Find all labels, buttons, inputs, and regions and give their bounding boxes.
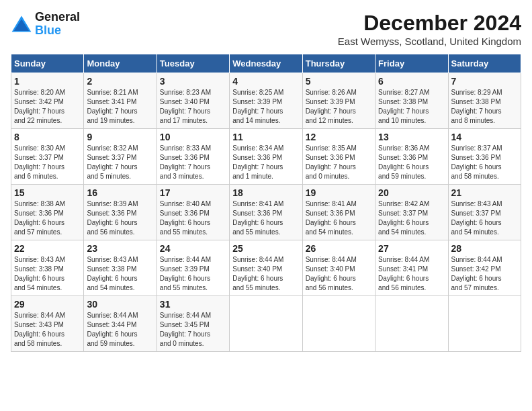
day-cell: 14Sunrise: 8:37 AM Sunset: 3:36 PM Dayli… <box>448 129 521 185</box>
day-cell: 27Sunrise: 8:44 AM Sunset: 3:41 PM Dayli… <box>375 240 448 296</box>
day-number: 25 <box>232 243 299 254</box>
day-cell: 15Sunrise: 8:38 AM Sunset: 3:36 PM Dayli… <box>11 185 84 240</box>
logo-line2: Blue <box>35 24 80 38</box>
day-detail: Sunrise: 8:35 AM Sunset: 3:36 PM Dayligh… <box>306 144 372 181</box>
day-cell: 2Sunrise: 8:21 AM Sunset: 3:41 PM Daylig… <box>84 73 157 129</box>
day-cell: 30Sunrise: 8:44 AM Sunset: 3:44 PM Dayli… <box>84 296 157 352</box>
col-header-tuesday: Tuesday <box>157 54 229 73</box>
day-cell: 31Sunrise: 8:44 AM Sunset: 3:45 PM Dayli… <box>157 296 229 352</box>
day-detail: Sunrise: 8:36 AM Sunset: 3:36 PM Dayligh… <box>378 144 445 181</box>
day-cell: 3Sunrise: 8:23 AM Sunset: 3:40 PM Daylig… <box>157 73 229 129</box>
day-detail: Sunrise: 8:27 AM Sunset: 3:38 PM Dayligh… <box>378 88 445 126</box>
day-number: 21 <box>451 187 518 198</box>
day-cell: 8Sunrise: 8:30 AM Sunset: 3:37 PM Daylig… <box>11 129 84 185</box>
day-number: 19 <box>306 187 372 198</box>
day-number: 20 <box>378 187 445 198</box>
day-number: 24 <box>160 243 226 254</box>
week-row-5: 29Sunrise: 8:44 AM Sunset: 3:43 PM Dayli… <box>11 296 521 352</box>
calendar-table: SundayMondayTuesdayWednesdayThursdayFrid… <box>11 54 521 352</box>
day-number: 30 <box>87 299 153 310</box>
week-row-3: 15Sunrise: 8:38 AM Sunset: 3:36 PM Dayli… <box>11 185 521 240</box>
day-cell <box>375 296 448 352</box>
day-number: 27 <box>378 243 445 254</box>
day-detail: Sunrise: 8:25 AM Sunset: 3:39 PM Dayligh… <box>232 88 299 126</box>
col-header-friday: Friday <box>375 54 448 73</box>
day-cell: 19Sunrise: 8:41 AM Sunset: 3:36 PM Dayli… <box>302 185 375 240</box>
day-cell: 5Sunrise: 8:26 AM Sunset: 3:39 PM Daylig… <box>302 73 375 129</box>
day-number: 6 <box>378 76 445 87</box>
day-number: 4 <box>232 76 299 87</box>
day-cell: 4Sunrise: 8:25 AM Sunset: 3:39 PM Daylig… <box>230 73 302 129</box>
col-header-monday: Monday <box>84 54 157 73</box>
main-title: December 2024 <box>338 11 521 36</box>
day-cell: 6Sunrise: 8:27 AM Sunset: 3:38 PM Daylig… <box>375 73 448 129</box>
day-detail: Sunrise: 8:43 AM Sunset: 3:38 PM Dayligh… <box>14 255 81 293</box>
day-number: 2 <box>87 76 153 87</box>
week-row-2: 8Sunrise: 8:30 AM Sunset: 3:37 PM Daylig… <box>11 129 521 185</box>
day-number: 3 <box>160 76 226 87</box>
day-cell: 13Sunrise: 8:36 AM Sunset: 3:36 PM Dayli… <box>375 129 448 185</box>
day-cell: 12Sunrise: 8:35 AM Sunset: 3:36 PM Dayli… <box>302 129 375 185</box>
day-number: 12 <box>306 132 372 142</box>
day-cell: 24Sunrise: 8:44 AM Sunset: 3:39 PM Dayli… <box>157 240 229 296</box>
header: General Blue December 2024 East Wemyss, … <box>11 11 521 47</box>
day-cell <box>230 296 302 352</box>
day-number: 10 <box>160 132 226 142</box>
logo-line1: General <box>35 11 80 24</box>
day-cell: 22Sunrise: 8:43 AM Sunset: 3:38 PM Dayli… <box>11 240 84 296</box>
day-detail: Sunrise: 8:21 AM Sunset: 3:41 PM Dayligh… <box>87 88 153 126</box>
day-cell: 9Sunrise: 8:32 AM Sunset: 3:37 PM Daylig… <box>84 129 157 185</box>
col-header-saturday: Saturday <box>448 54 521 73</box>
day-detail: Sunrise: 8:38 AM Sunset: 3:36 PM Dayligh… <box>14 199 81 237</box>
week-row-1: 1Sunrise: 8:20 AM Sunset: 3:42 PM Daylig… <box>11 73 521 129</box>
day-detail: Sunrise: 8:20 AM Sunset: 3:42 PM Dayligh… <box>14 88 81 126</box>
day-detail: Sunrise: 8:37 AM Sunset: 3:36 PM Dayligh… <box>451 144 518 181</box>
day-cell: 28Sunrise: 8:44 AM Sunset: 3:42 PM Dayli… <box>448 240 521 296</box>
day-cell <box>302 296 375 352</box>
day-detail: Sunrise: 8:23 AM Sunset: 3:40 PM Dayligh… <box>160 88 226 126</box>
day-cell: 16Sunrise: 8:39 AM Sunset: 3:36 PM Dayli… <box>84 185 157 240</box>
day-detail: Sunrise: 8:44 AM Sunset: 3:40 PM Dayligh… <box>232 255 299 293</box>
day-number: 22 <box>14 243 81 254</box>
subtitle: East Wemyss, Scotland, United Kingdom <box>338 36 521 47</box>
day-detail: Sunrise: 8:44 AM Sunset: 3:45 PM Dayligh… <box>160 311 226 349</box>
day-detail: Sunrise: 8:26 AM Sunset: 3:39 PM Dayligh… <box>306 88 372 126</box>
day-cell: 26Sunrise: 8:44 AM Sunset: 3:40 PM Dayli… <box>302 240 375 296</box>
col-header-sunday: Sunday <box>11 54 84 73</box>
day-number: 16 <box>87 187 153 198</box>
week-row-4: 22Sunrise: 8:43 AM Sunset: 3:38 PM Dayli… <box>11 240 521 296</box>
day-number: 13 <box>378 132 445 142</box>
day-detail: Sunrise: 8:29 AM Sunset: 3:38 PM Dayligh… <box>451 88 518 126</box>
day-number: 11 <box>232 132 299 142</box>
header-row: SundayMondayTuesdayWednesdayThursdayFrid… <box>11 54 521 73</box>
logo-icon <box>11 15 32 34</box>
day-cell: 18Sunrise: 8:41 AM Sunset: 3:36 PM Dayli… <box>230 185 302 240</box>
logo: General Blue <box>11 11 80 38</box>
day-detail: Sunrise: 8:43 AM Sunset: 3:37 PM Dayligh… <box>451 199 518 237</box>
day-cell: 23Sunrise: 8:43 AM Sunset: 3:38 PM Dayli… <box>84 240 157 296</box>
day-detail: Sunrise: 8:44 AM Sunset: 3:43 PM Dayligh… <box>14 311 81 349</box>
col-header-thursday: Thursday <box>302 54 375 73</box>
day-cell: 29Sunrise: 8:44 AM Sunset: 3:43 PM Dayli… <box>11 296 84 352</box>
day-number: 9 <box>87 132 153 142</box>
day-number: 15 <box>14 187 81 198</box>
day-number: 7 <box>451 76 518 87</box>
day-detail: Sunrise: 8:39 AM Sunset: 3:36 PM Dayligh… <box>87 199 153 237</box>
day-detail: Sunrise: 8:44 AM Sunset: 3:40 PM Dayligh… <box>306 255 372 293</box>
day-cell: 1Sunrise: 8:20 AM Sunset: 3:42 PM Daylig… <box>11 73 84 129</box>
day-number: 29 <box>14 299 81 310</box>
day-cell: 10Sunrise: 8:33 AM Sunset: 3:36 PM Dayli… <box>157 129 229 185</box>
day-number: 26 <box>306 243 372 254</box>
day-number: 28 <box>451 243 518 254</box>
day-cell: 20Sunrise: 8:42 AM Sunset: 3:37 PM Dayli… <box>375 185 448 240</box>
day-detail: Sunrise: 8:44 AM Sunset: 3:42 PM Dayligh… <box>451 255 518 293</box>
day-detail: Sunrise: 8:40 AM Sunset: 3:36 PM Dayligh… <box>160 199 226 237</box>
day-detail: Sunrise: 8:34 AM Sunset: 3:36 PM Dayligh… <box>232 144 299 181</box>
day-detail: Sunrise: 8:43 AM Sunset: 3:38 PM Dayligh… <box>87 255 153 293</box>
day-detail: Sunrise: 8:32 AM Sunset: 3:37 PM Dayligh… <box>87 144 153 181</box>
day-detail: Sunrise: 8:33 AM Sunset: 3:36 PM Dayligh… <box>160 144 226 181</box>
day-cell: 7Sunrise: 8:29 AM Sunset: 3:38 PM Daylig… <box>448 73 521 129</box>
day-detail: Sunrise: 8:42 AM Sunset: 3:37 PM Dayligh… <box>378 199 445 237</box>
day-number: 1 <box>14 76 81 87</box>
day-detail: Sunrise: 8:44 AM Sunset: 3:44 PM Dayligh… <box>87 311 153 349</box>
